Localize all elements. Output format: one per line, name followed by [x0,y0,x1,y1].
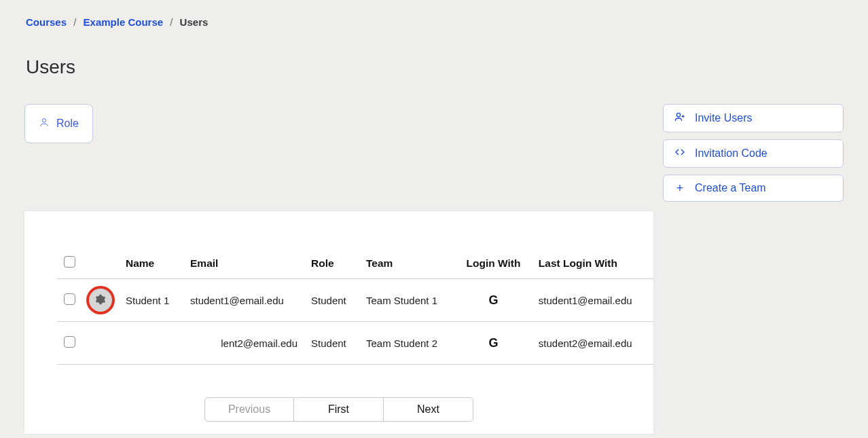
cell-role: Student [304,322,359,365]
select-all-header [57,249,82,279]
page-title: Users [26,56,844,78]
cell-pending-since [653,322,653,365]
row-actions-button[interactable] [89,331,112,354]
gear-icon [95,294,106,307]
table-row: Student 2 lent2@email.edu Student Team S… [57,322,653,365]
right-actions: Invite Users Invitation Code + Create a … [663,104,844,202]
create-team-button[interactable]: + Create a Team [663,175,844,202]
row-checkbox[interactable] [64,293,75,305]
users-table: Name Email Role Team Login With Last Log… [57,249,653,365]
pagination: Previous First Next [24,397,653,422]
col-last-login-with: Last Login With [532,249,653,279]
google-icon: G [488,336,498,350]
cell-name: Student 1 [119,279,183,322]
breadcrumb-current: Users [180,16,209,28]
breadcrumb-sep: / [73,16,76,28]
create-team-label: Create a Team [695,182,766,194]
svg-point-1 [676,113,680,117]
row-actions-button[interactable] [89,289,112,312]
cell-email: student1@email.edu [183,279,304,322]
cell-last-login: student1@email.edu [532,279,653,322]
invitation-code-button[interactable]: Invitation Code [663,139,844,168]
cell-last-login: student2@email.edu [532,322,653,365]
col-role: Role [304,249,359,279]
breadcrumb-courses[interactable]: Courses [26,16,67,28]
invite-users-label: Invite Users [695,112,752,124]
cell-role: Student [304,279,359,322]
role-filter-label: Role [56,117,79,130]
invite-users-button[interactable]: Invite Users [663,104,844,132]
cell-team: Team Student 1 [359,279,455,322]
breadcrumb-sep: / [170,16,173,28]
cell-pending-since [653,279,653,322]
col-login-with: Login With [455,249,532,279]
role-filter-button[interactable]: Role [24,104,93,143]
col-pending-since: Pending Since [653,249,653,279]
col-name: Name [119,249,183,279]
row-checkbox[interactable] [64,336,75,348]
actions-col-header [82,249,119,279]
svg-point-0 [42,119,46,122]
gear-icon [95,337,106,350]
col-team: Team [359,249,455,279]
users-panel: Name Email Role Team Login With Last Log… [24,211,653,434]
google-icon: G [488,293,498,307]
breadcrumb: Courses / Example Course / Users [26,16,844,28]
person-icon [39,117,50,130]
cell-email: lent2@email.edu [183,322,304,365]
code-icon [674,147,685,160]
pagination-first[interactable]: First [294,397,384,422]
cell-team: Team Student 2 [359,322,455,365]
col-email: Email [183,249,304,279]
table-row: Student 1 student1@email.edu Student Tea… [57,279,653,322]
content-frame: Name Email Role Team Login With Last Log… [24,211,653,438]
breadcrumb-course[interactable]: Example Course [84,16,164,28]
pagination-previous[interactable]: Previous [204,397,294,422]
invitation-code-label: Invitation Code [695,147,767,160]
person-plus-icon [674,111,685,125]
select-all-checkbox[interactable] [64,256,75,268]
plus-icon: + [674,182,685,194]
pagination-next[interactable]: Next [384,397,473,422]
